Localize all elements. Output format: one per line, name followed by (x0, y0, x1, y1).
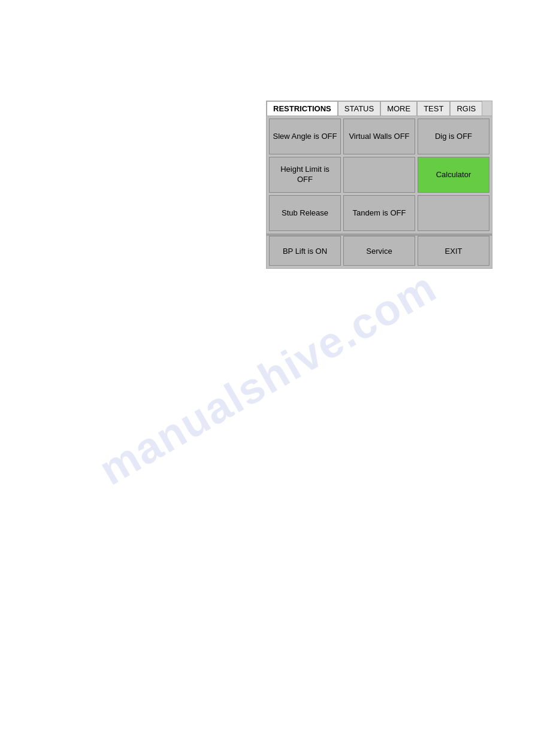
tab-test[interactable]: TEST (417, 101, 450, 116)
virtual-walls-button[interactable]: Virtual Walls OFF (343, 119, 415, 154)
stub-release-button[interactable]: Stub Release (269, 195, 341, 231)
slew-angle-button[interactable]: Slew Angle is OFF (269, 119, 341, 154)
bottom-row: BP Lift is ON Service EXIT (267, 233, 492, 268)
restrictions-panel: RESTRICTIONS STATUS MORE TEST RGIS Slew … (266, 101, 492, 269)
tab-rgis[interactable]: RGIS (450, 101, 482, 116)
empty-cell-row3-col3 (418, 195, 489, 231)
tandem-button[interactable]: Tandem is OFF (343, 195, 415, 231)
calculator-button[interactable]: Calculator (418, 157, 489, 193)
dig-button[interactable]: Dig is OFF (418, 119, 489, 154)
main-panel: RESTRICTIONS STATUS MORE TEST RGIS Slew … (266, 101, 492, 269)
watermark-text: manualshive.com (90, 262, 444, 494)
tab-row: RESTRICTIONS STATUS MORE TEST RGIS (267, 101, 492, 116)
bp-lift-button[interactable]: BP Lift is ON (269, 236, 341, 266)
button-grid: Slew Angle is OFF Virtual Walls OFF Dig … (267, 116, 492, 233)
empty-cell-row2-col2 (343, 157, 415, 193)
service-button[interactable]: Service (343, 236, 415, 266)
tab-more[interactable]: MORE (380, 101, 417, 116)
tab-status[interactable]: STATUS (338, 101, 380, 116)
exit-button[interactable]: EXIT (418, 236, 489, 266)
tab-restrictions[interactable]: RESTRICTIONS (267, 101, 338, 116)
height-limit-button[interactable]: Height Limit is OFF (269, 157, 341, 193)
